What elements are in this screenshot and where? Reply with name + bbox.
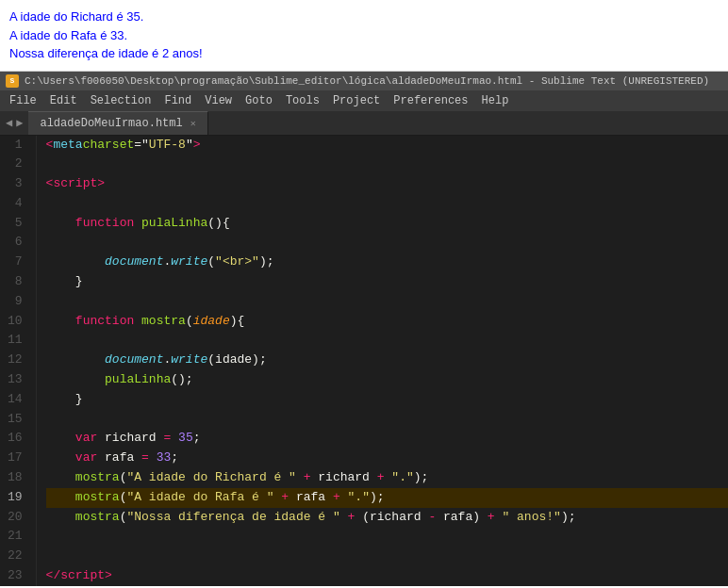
- code-line-16: var richard = 35;: [46, 429, 728, 449]
- output-line-3: Nossa diferença de idade é 2 anos!: [9, 44, 719, 63]
- ln-15: 15: [8, 410, 26, 430]
- ln-11: 11: [8, 331, 26, 351]
- ln-10: 10: [8, 312, 26, 332]
- ln-19: 19: [8, 488, 26, 508]
- ln-2: 2: [8, 155, 26, 174]
- ln-12: 12: [8, 351, 26, 370]
- tab-close-icon[interactable]: ✕: [190, 118, 196, 129]
- ln-4: 4: [8, 194, 26, 214]
- ln-5: 5: [8, 214, 26, 234]
- code-line-13: pulaLinha();: [46, 370, 728, 390]
- code-line-11: [46, 331, 728, 351]
- nav-arrows: ◀ ▶: [0, 112, 28, 134]
- code-line-23: </script>: [46, 566, 728, 586]
- menu-edit[interactable]: Edit: [44, 92, 83, 109]
- ln-1: 1: [8, 136, 26, 155]
- ln-22: 22: [8, 547, 26, 566]
- code-line-3: <script>: [46, 174, 728, 194]
- ln-21: 21: [8, 527, 26, 547]
- tab-bar: ◀ ▶ aldadeDoMeuIrmao.html ✕: [0, 111, 728, 136]
- editor: 1 2 3 4 5 6 7 8 9 10 11 12 13 14 15 16 1…: [0, 136, 728, 586]
- code-line-21: [46, 527, 728, 547]
- menu-tools[interactable]: Tools: [280, 92, 325, 109]
- menu-bar: File Edit Selection Find View Goto Tools…: [0, 90, 728, 111]
- tab-aldade[interactable]: aldadeDoMeuIrmao.html ✕: [28, 111, 207, 135]
- ln-7: 7: [8, 253, 26, 272]
- browser-output: A idade do Richard é 35. A idade do Rafa…: [0, 0, 728, 72]
- code-line-2: [46, 155, 728, 174]
- ln-20: 20: [8, 508, 26, 528]
- code-line-19: mostra("A idade do Rafa é " + rafa + "."…: [46, 488, 728, 508]
- output-line-2: A idade do Rafa é 33.: [9, 26, 719, 45]
- code-line-5: function pulaLinha(){: [46, 214, 728, 234]
- code-line-15: [46, 410, 728, 430]
- menu-find[interactable]: Find: [158, 92, 197, 109]
- code-line-10: function mostra(idade){: [46, 312, 728, 332]
- code-area[interactable]: <meta charset="UTF-8"> <script> function…: [37, 136, 728, 586]
- ln-18: 18: [8, 468, 26, 488]
- code-line-12: document.write(idade);: [46, 351, 728, 370]
- nav-back-icon[interactable]: ◀: [6, 116, 12, 130]
- menu-selection[interactable]: Selection: [85, 92, 157, 109]
- code-line-17: var rafa = 33;: [46, 449, 728, 468]
- menu-file[interactable]: File: [4, 92, 42, 109]
- tab-label: aldadeDoMeuIrmao.html: [40, 117, 182, 130]
- ln-13: 13: [8, 370, 26, 390]
- ln-8: 8: [8, 272, 26, 292]
- menu-view[interactable]: View: [199, 92, 238, 109]
- code-line-4: [46, 194, 728, 214]
- code-line-22: [46, 547, 728, 566]
- ln-14: 14: [8, 390, 26, 410]
- nav-forward-icon[interactable]: ▶: [16, 116, 23, 130]
- code-line-1: <meta charset="UTF-8">: [46, 136, 728, 155]
- code-line-18: mostra("A idade do Richard é " + richard…: [46, 468, 728, 488]
- code-line-20: mostra("Nossa diferença de idade é " + (…: [46, 508, 728, 528]
- ln-16: 16: [8, 429, 26, 449]
- code-line-9: [46, 292, 728, 312]
- output-line-1: A idade do Richard é 35.: [9, 8, 719, 26]
- app-icon: S: [6, 74, 19, 88]
- menu-goto[interactable]: Goto: [240, 92, 278, 109]
- menu-preferences[interactable]: Preferences: [388, 92, 473, 109]
- ln-23: 23: [8, 566, 26, 586]
- menu-help[interactable]: Help: [476, 92, 515, 109]
- title-text: C:\Users\f006050\Desktop\programação\Sub…: [25, 75, 709, 87]
- code-line-6: [46, 233, 728, 253]
- code-line-7: document.write("<br>");: [46, 253, 728, 272]
- code-line-8: }: [46, 272, 728, 292]
- code-line-14: }: [46, 390, 728, 410]
- title-bar: S C:\Users\f006050\Desktop\programação\S…: [0, 72, 728, 90]
- ln-6: 6: [8, 233, 26, 253]
- ln-3: 3: [8, 174, 26, 194]
- ln-17: 17: [8, 449, 26, 468]
- menu-project[interactable]: Project: [327, 92, 386, 109]
- line-numbers: 1 2 3 4 5 6 7 8 9 10 11 12 13 14 15 16 1…: [0, 136, 37, 586]
- ln-9: 9: [8, 292, 26, 312]
